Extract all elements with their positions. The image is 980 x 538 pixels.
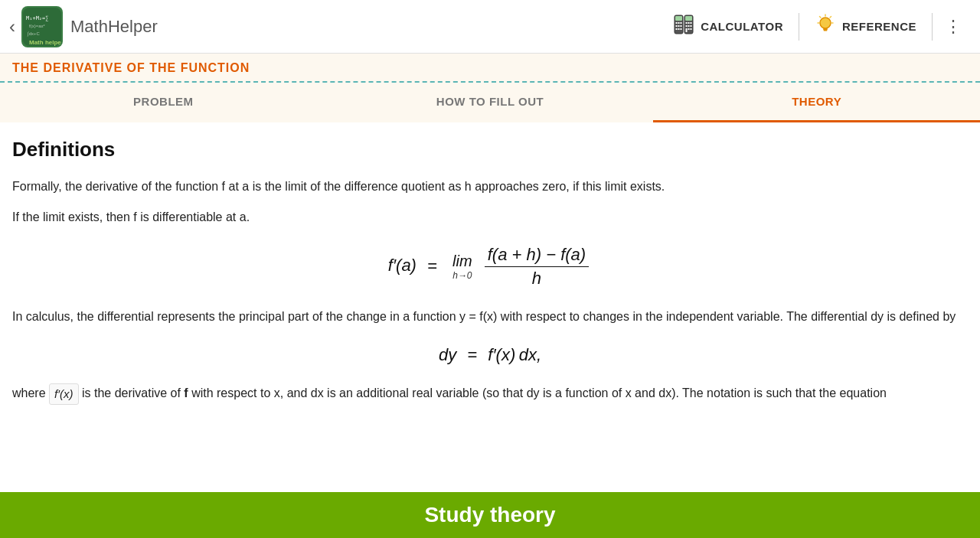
svg-rect-20 xyxy=(691,22,692,24)
svg-rect-15 xyxy=(676,28,678,30)
svg-line-33 xyxy=(830,16,831,18)
para1: Formally, the derivative of the function… xyxy=(12,177,968,197)
svg-rect-23 xyxy=(691,25,692,27)
svg-rect-18 xyxy=(686,22,688,24)
svg-rect-17 xyxy=(681,28,682,30)
content-heading: Definitions xyxy=(12,138,968,161)
inline-formula: f′(x) xyxy=(49,383,78,405)
formula-differential: dy = f′(x) dx, xyxy=(12,345,968,365)
calculator-button[interactable]: CALCULATOR xyxy=(661,8,795,46)
header-right: CALCULATOR REFERENCE ⋮ xyxy=(661,8,971,46)
para2: If the limit exists, then f is different… xyxy=(12,207,968,227)
svg-point-27 xyxy=(820,18,831,28)
svg-rect-10 xyxy=(678,22,680,24)
svg-line-34 xyxy=(819,16,821,18)
para3: In calculus, the differential represents… xyxy=(12,307,968,327)
tab-theory[interactable]: THEORY xyxy=(653,83,980,122)
reference-svg xyxy=(815,14,836,35)
para4: where f′(x) is the derivative of f with … xyxy=(12,383,968,405)
section-title-bar: THE DERIVATIVE OF THE FUNCTION xyxy=(0,54,980,83)
app-header: ‹ M₁+M₂=∑ f(x)=ax² ∫dx+C Math helper Mat… xyxy=(0,0,980,54)
logo-icon: M₁+M₂=∑ f(x)=ax² ∫dx+C Math helper xyxy=(23,8,61,46)
back-button[interactable]: ‹ xyxy=(9,16,15,37)
formula-fraction: f(a + h) − f(a) h xyxy=(485,245,589,289)
header-divider xyxy=(799,13,799,41)
svg-rect-16 xyxy=(678,28,680,30)
svg-rect-13 xyxy=(678,25,680,27)
reference-button[interactable]: REFERENCE xyxy=(802,8,929,46)
svg-rect-24 xyxy=(686,28,688,32)
tabs-bar: PROBLEM HOW TO FILL OUT THEORY xyxy=(0,83,980,122)
header-left: ‹ M₁+M₂=∑ f(x)=ax² ∫dx+C Math helper Mat… xyxy=(9,6,661,47)
svg-rect-11 xyxy=(681,22,682,24)
svg-text:M₁+M₂=∑: M₁+M₂=∑ xyxy=(26,15,49,21)
svg-rect-9 xyxy=(676,22,678,24)
svg-rect-12 xyxy=(676,25,678,27)
header-divider-2 xyxy=(932,13,933,41)
svg-rect-14 xyxy=(681,25,682,27)
svg-rect-29 xyxy=(823,30,827,31)
svg-text:Math helper: Math helper xyxy=(29,39,61,46)
svg-rect-22 xyxy=(688,25,690,27)
app-logo: M₁+M₂=∑ f(x)=ax² ∫dx+C Math helper xyxy=(21,6,63,47)
app-title: MathHelper xyxy=(70,17,158,37)
svg-rect-25 xyxy=(688,28,690,30)
formula-derivative-definition: f′(a) = lim h→0 f(a + h) − f(a) h xyxy=(12,245,968,289)
tab-problem[interactable]: PROBLEM xyxy=(0,83,327,122)
menu-button[interactable]: ⋮ xyxy=(936,11,971,43)
svg-rect-7 xyxy=(675,16,682,21)
svg-rect-26 xyxy=(691,28,692,30)
svg-rect-28 xyxy=(823,28,828,30)
svg-rect-8 xyxy=(685,16,692,21)
tab-how-to-fill-out[interactable]: HOW TO FILL OUT xyxy=(327,83,654,122)
study-theory-banner[interactable]: Study theory xyxy=(0,492,980,538)
reference-label: REFERENCE xyxy=(842,20,916,33)
svg-rect-21 xyxy=(686,25,688,27)
calculator-label: CALCULATOR xyxy=(701,20,783,33)
calculator-svg xyxy=(673,14,694,35)
section-title: THE DERIVATIVE OF THE FUNCTION xyxy=(12,61,968,81)
calculator-icon xyxy=(673,14,694,40)
main-content: Definitions Formally, the derivative of … xyxy=(0,122,980,481)
svg-text:∫dx+C: ∫dx+C xyxy=(27,31,40,37)
svg-rect-19 xyxy=(688,22,690,24)
lim-notation: lim h→0 xyxy=(452,253,472,281)
reference-icon xyxy=(815,14,836,40)
study-theory-label: Study theory xyxy=(424,503,555,527)
svg-text:f(x)=ax²: f(x)=ax² xyxy=(29,24,45,28)
